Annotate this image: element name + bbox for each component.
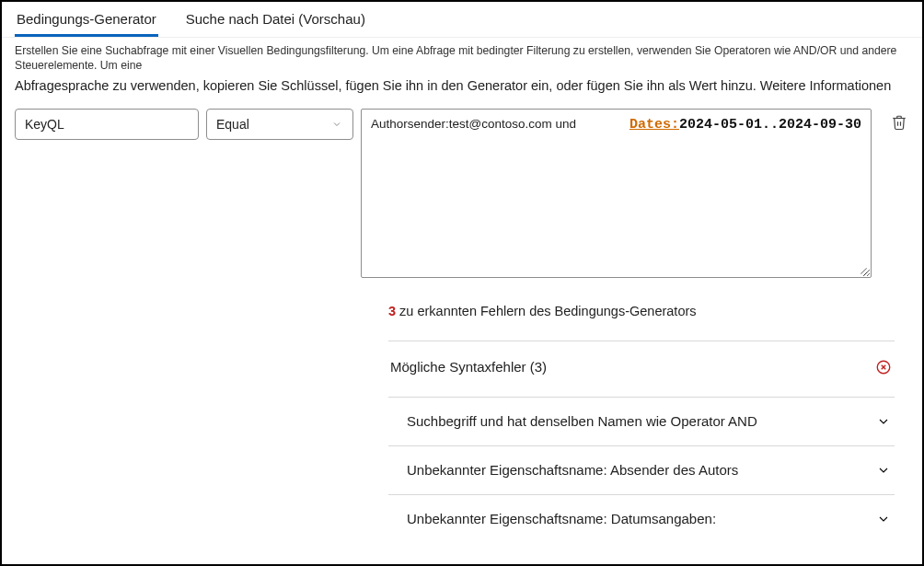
query-dates-token: Dates:2024-05-01..2024-09-30 <box>629 117 861 133</box>
tab-condition-generator[interactable]: Bedingungs-Generator <box>15 7 158 37</box>
delete-condition-button[interactable] <box>889 112 909 133</box>
error-summary-text: zu erkannten Fehlern des Bedingungs-Gene… <box>396 304 696 318</box>
tab-file-search[interactable]: Suche nach Datei (Vorschau) <box>184 7 367 37</box>
error-item-label: Unbekannter Eigenschaftsname: Absender d… <box>390 462 738 478</box>
app-frame: Bedingungs-Generator Suche nach Datei (V… <box>0 0 924 566</box>
resize-handle-icon <box>857 263 870 276</box>
description-line-2: Abfragesprache zu verwenden, kopieren Si… <box>2 74 922 109</box>
expand-error-button[interactable] <box>874 412 893 431</box>
error-item-label: Suchbegriff und hat denselben Namen wie … <box>390 413 757 429</box>
errors-panel: 3 zu erkannten Fehlern des Bedingungs-Ge… <box>388 304 895 543</box>
expand-error-button[interactable] <box>874 461 893 479</box>
property-type-input[interactable]: KeyQL <box>15 109 199 140</box>
error-item-1[interactable]: Unbekannter Eigenschaftsname: Absender d… <box>388 445 895 494</box>
error-item-2[interactable]: Unbekannter Eigenschaftsname: Datumsanga… <box>388 494 895 543</box>
query-dates-key: Dates: <box>629 117 679 133</box>
dismiss-errors-button[interactable] <box>874 358 893 376</box>
error-item-label: Unbekannter Eigenschaftsname: Datumsanga… <box>390 511 716 526</box>
query-text-prefix: Authorsender:test@contoso.com und <box>371 117 576 131</box>
error-summary: 3 zu erkannten Fehlern des Bedingungs-Ge… <box>388 304 895 341</box>
description-line-1: Erstellen Sie eine Suchabfrage mit einer… <box>2 38 922 74</box>
error-item-0[interactable]: Suchbegriff und hat denselben Namen wie … <box>388 397 895 445</box>
operator-select[interactable]: Equal <box>206 109 353 140</box>
tab-bar: Bedingungs-Generator Suche nach Datei (V… <box>2 2 922 38</box>
chevron-down-icon <box>330 118 343 131</box>
error-count: 3 <box>388 304 396 318</box>
query-dates-value: 2024-05-01..2024-09-30 <box>679 117 861 133</box>
syntax-errors-title: Mögliche Syntaxfehler (3) <box>390 359 547 375</box>
expand-error-button[interactable] <box>874 510 893 528</box>
query-textarea[interactable]: Authorsender:test@contoso.com und Dates:… <box>361 109 872 278</box>
syntax-errors-section-header[interactable]: Mögliche Syntaxfehler (3) <box>388 341 895 397</box>
condition-builder-row: KeyQL Equal Authorsender:test@contoso.co… <box>2 109 922 278</box>
query-textarea-wrap: Authorsender:test@contoso.com und Dates:… <box>361 109 874 278</box>
operator-select-value: Equal <box>216 117 249 132</box>
